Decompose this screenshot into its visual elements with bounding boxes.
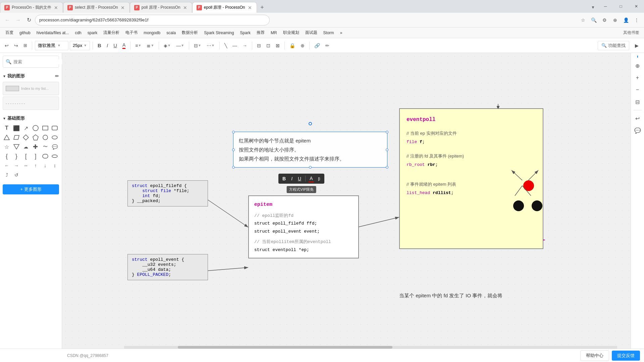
tab-4[interactable]: P epoll 原理 - ProcessOn ✕ <box>192 2 257 13</box>
tab-3[interactable]: P poll 原理 - ProcessOn ✕ <box>130 2 192 13</box>
bookmark-hive[interactable]: hive/data/files at... <box>34 30 72 36</box>
more-btn[interactable]: ⋮ <box>632 15 641 25</box>
handle-ml[interactable] <box>232 148 235 151</box>
extension-btn-2[interactable]: ⚙ <box>600 15 609 25</box>
bookmark-recommend[interactable]: 推荐 <box>254 29 267 36</box>
shape-curve-2[interactable]: ↺ <box>12 171 20 179</box>
shape-star[interactable]: ☆ <box>3 143 11 151</box>
connect-mode-1[interactable]: ⊟ <box>255 42 263 50</box>
more-shapes-button[interactable]: + 更多图形 <box>3 184 59 194</box>
bookmark-star[interactable]: ☆ <box>578 15 588 25</box>
refresh-button[interactable]: ↻ <box>24 15 34 25</box>
bookmark-spark[interactable]: spark <box>85 30 100 36</box>
list-button[interactable]: ≣▼ <box>145 42 156 50</box>
shape-arrow-down[interactable]: ↓ <box>41 162 49 170</box>
style-button[interactable]: ✏ <box>323 42 331 50</box>
address-bar[interactable]: processon.com/diagraming/62d37c566376892… <box>35 15 270 25</box>
handle-tr[interactable] <box>386 131 388 133</box>
shape-triangle[interactable] <box>3 133 11 141</box>
shape-rounded-rect[interactable] <box>41 152 49 160</box>
bookmark-sparkstreaming[interactable]: Spark Streaming <box>201 30 236 36</box>
text-selection-box[interactable]: 红黑树中的每个节点就是 epitem 按照文件的地址大小排序。 如果两个相同，就… <box>233 132 387 168</box>
map-button[interactable]: ⊟ <box>632 97 643 107</box>
shape-bracket-l[interactable]: [ <box>22 152 30 160</box>
connect-mode-2[interactable]: ⊡ <box>264 42 272 50</box>
font-selector[interactable]: 微软雅黑 ▼ <box>35 41 68 50</box>
link-button[interactable]: 🔗 <box>312 42 322 50</box>
duplicate-button[interactable]: ⊕ <box>299 42 307 50</box>
fit-screen-button[interactable]: ⊕ <box>632 60 643 71</box>
font-color-button[interactable]: A <box>120 41 127 50</box>
align-button[interactable]: ≡▼ <box>133 42 143 50</box>
shape-sticky[interactable]: ⬛ <box>12 124 20 132</box>
shape-circle[interactable] <box>32 124 40 132</box>
comment-button[interactable]: 💬 <box>632 125 643 136</box>
shape-oval[interactable] <box>51 152 59 160</box>
format-underline[interactable]: U <box>297 175 303 182</box>
search-input[interactable] <box>13 59 70 64</box>
tab-4-close[interactable]: ✕ <box>247 4 253 11</box>
profile-btn[interactable]: 👤 <box>621 15 631 25</box>
bold-button[interactable]: B <box>96 41 103 50</box>
new-tab-button[interactable]: + <box>257 2 268 13</box>
format-copy-button[interactable]: ⊞ <box>21 42 29 49</box>
tab-2-close[interactable]: ✕ <box>120 4 125 11</box>
shape-pentagon[interactable] <box>32 133 40 141</box>
format-italic[interactable]: I <box>290 175 294 182</box>
shape-bracket-r[interactable]: ] <box>32 152 40 160</box>
shape-plus[interactable]: ✚ <box>32 143 40 151</box>
bookmark-flow[interactable]: 流量分析 <box>101 29 122 36</box>
layout-btn[interactable]: ⊟▼ <box>192 42 203 50</box>
feedback-button[interactable]: 提交反馈 <box>612 351 640 361</box>
shape-brace-l[interactable]: { <box>3 152 11 160</box>
shape-arrow-right[interactable]: → <box>12 162 20 170</box>
shape-circle-small[interactable] <box>41 133 49 141</box>
undo-rt-button[interactable]: ↩ <box>632 113 643 124</box>
format-color[interactable]: A <box>308 175 314 182</box>
tab-1-close[interactable]: ✕ <box>53 4 59 11</box>
shape-arrow-left[interactable]: ← <box>3 162 11 170</box>
bookmark-dataanalysis[interactable]: 数据分析 <box>179 29 201 36</box>
shape-rect[interactable] <box>41 124 49 132</box>
handle-br[interactable] <box>386 166 388 169</box>
handle-mb[interactable] <box>309 166 312 169</box>
back-button[interactable]: ← <box>3 15 12 25</box>
shape-ellipse[interactable] <box>51 133 59 141</box>
my-shapes-header[interactable]: ▼ 我的图形 ✏ <box>0 72 62 80</box>
handle-tl[interactable] <box>232 131 235 133</box>
lock-button[interactable]: 🔒 <box>287 42 297 50</box>
bookmark-interview[interactable]: 面试题 <box>303 29 320 36</box>
tab-2[interactable]: P select 原理 - ProcessOn ✕ <box>63 2 130 13</box>
extension-btn-1[interactable]: 🔍 <box>589 15 598 25</box>
redo-button[interactable]: ↪ <box>12 42 20 50</box>
shape-curve-1[interactable]: ⤴ <box>3 171 11 179</box>
arrow-button[interactable]: ╲ <box>222 42 229 50</box>
bookmark-spark2[interactable]: Spark <box>237 30 253 36</box>
h-scrollbar[interactable] <box>124 346 617 349</box>
shape-brace-r[interactable]: } <box>12 152 20 160</box>
zoom-out-button[interactable]: − <box>632 84 643 95</box>
bookmark-cdh[interactable]: cdh <box>72 30 84 36</box>
bookmark-baidu[interactable]: 百度 <box>3 29 16 36</box>
collapse-panel-button[interactable]: ▶ <box>632 41 641 50</box>
forward-button[interactable]: → <box>13 15 23 25</box>
tab-scroll-right[interactable]: ▼ <box>588 2 598 13</box>
extension-btn-3[interactable]: ⊕ <box>610 15 620 25</box>
tab-1[interactable]: P ProcessOn - 我的文件 ✕ <box>0 2 63 13</box>
shape-arrow-lr[interactable]: ↔ <box>22 162 30 170</box>
shape-diamond[interactable] <box>22 133 30 141</box>
line-button[interactable]: — <box>230 42 239 50</box>
bookmark-github[interactable]: github <box>17 30 33 36</box>
eventpoll-box[interactable]: eventpoll // 当前 ep 实例对应的文件 file f; // 注册… <box>399 108 543 249</box>
bookmark-ebook[interactable]: 电子书 <box>123 29 140 36</box>
window-close[interactable]: ✕ <box>629 0 644 13</box>
shape-wave[interactable]: 〜 <box>41 143 49 151</box>
stroke-button[interactable]: —▼ <box>174 42 186 50</box>
epitem-box[interactable]: epitem // epoll监听的fd struct epoll_filefd… <box>248 195 359 258</box>
dots-btn[interactable]: ⋯▼ <box>205 42 217 50</box>
shape-comment[interactable]: 💬 <box>51 143 59 151</box>
bookmark-mr[interactable]: MR <box>268 30 280 36</box>
rotation-handle[interactable] <box>309 122 312 125</box>
bookmark-mongodb[interactable]: mongodb <box>141 30 163 36</box>
format-strikethrough[interactable]: Ꞵ <box>317 175 322 182</box>
